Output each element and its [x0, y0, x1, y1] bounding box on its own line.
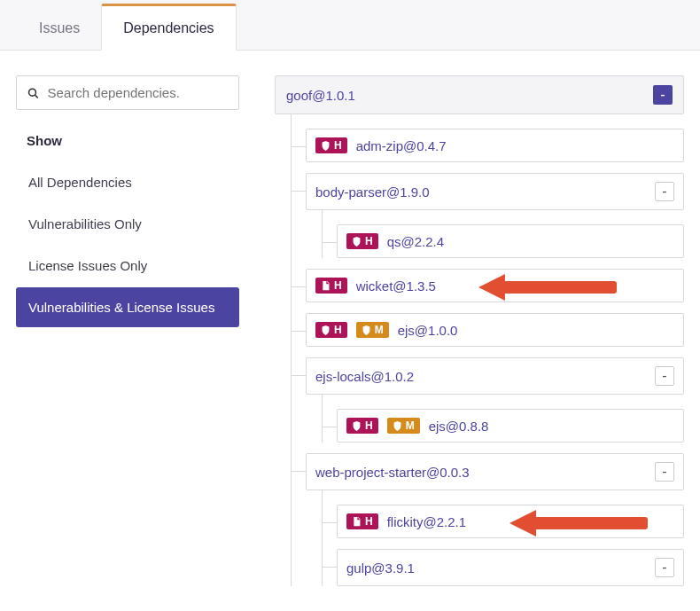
collapse-button[interactable]: - [653, 85, 673, 105]
vuln-badge-h: H [346, 418, 378, 434]
search-box[interactable] [16, 75, 239, 110]
collapse-button[interactable]: - [655, 462, 674, 482]
tree-node: body-parser@1.9.0-Hqs@2.2.4 [292, 173, 684, 258]
tree-row[interactable]: HMejs@0.8.8 [337, 409, 684, 443]
collapse-button[interactable]: - [655, 182, 674, 201]
sidebar: Show All DependenciesVulnerabilities Onl… [16, 75, 239, 586]
tree-node: ejs-locals@1.0.2-HMejs@0.8.8 [292, 357, 684, 443]
package-label: adm-zip@0.4.7 [356, 138, 447, 153]
tree-row[interactable]: Hqs@2.2.4 [337, 224, 684, 258]
tree-node: Hadm-zip@0.4.7 [292, 129, 684, 162]
tree-node: web-project-starter@0.0.3-Hflickity@2.2.… [292, 453, 684, 586]
tree-children: Hadm-zip@0.4.7body-parser@1.9.0-Hqs@2.2.… [291, 114, 684, 586]
tree-node: gulp@3.9.1- [323, 549, 684, 586]
package-label: body-parser@1.9.0 [315, 184, 430, 200]
tree-row[interactable]: Hflickity@2.2.1 [337, 505, 684, 538]
vuln-badge-m: M [387, 418, 420, 434]
tab-issues[interactable]: Issues [18, 6, 101, 50]
tree-node: Hflickity@2.2.1 [323, 505, 684, 538]
tree-node: Hwicket@1.3.5 [292, 269, 684, 302]
vuln-badge-m: M [356, 322, 389, 338]
vuln-badge-h: H [346, 233, 378, 249]
filter-lic[interactable]: License Issues Only [16, 246, 239, 286]
tree-node: HMejs@0.8.8 [323, 409, 684, 443]
search-icon [27, 87, 39, 99]
license-badge-h: H [346, 513, 378, 529]
tree-row[interactable]: Hwicket@1.3.5 [306, 269, 684, 302]
tree-row[interactable]: body-parser@1.9.0- [306, 173, 684, 210]
collapse-button[interactable]: - [655, 558, 674, 577]
tree-row[interactable]: gulp@3.9.1- [337, 549, 684, 586]
vuln-badge-h: H [315, 137, 347, 153]
package-label: gulp@3.9.1 [346, 560, 415, 576]
tree-root-label: goof@1.0.1 [286, 88, 355, 103]
filter-list: All DependenciesVulnerabilities OnlyLice… [16, 162, 239, 327]
tree-root[interactable]: goof@1.0.1 - [275, 75, 684, 114]
tabs-bar: Issues Dependencies [0, 0, 700, 51]
vuln-badge-h: H [315, 322, 347, 338]
filters-heading: Show [27, 133, 229, 148]
dependency-tree: goof@1.0.1 - Hadm-zip@0.4.7body-parser@1… [275, 75, 684, 586]
tree-row[interactable]: ejs-locals@1.0.2- [306, 357, 684, 395]
filter-vuln[interactable]: Vulnerabilities Only [16, 204, 239, 244]
collapse-button[interactable]: - [655, 366, 674, 386]
tree-row[interactable]: web-project-starter@0.0.3- [306, 453, 684, 490]
tree-children: HMejs@0.8.8 [322, 395, 684, 443]
tree-children: Hqs@2.2.4 [322, 210, 684, 258]
package-label: ejs@0.8.8 [429, 419, 489, 434]
package-label: ejs@1.0.0 [398, 323, 458, 338]
tree-children: Hflickity@2.2.1gulp@3.9.1- [322, 490, 684, 586]
tab-dependencies[interactable]: Dependencies [101, 4, 236, 51]
package-label: flickity@2.2.1 [387, 514, 466, 529]
tree-node: Hqs@2.2.4 [323, 224, 684, 258]
tree-row[interactable]: HMejs@1.0.0 [306, 313, 684, 347]
license-badge-h: H [315, 278, 347, 294]
package-label: ejs-locals@1.0.2 [315, 369, 414, 384]
package-label: web-project-starter@0.0.3 [315, 465, 470, 480]
svg-line-1 [35, 95, 38, 98]
filter-both[interactable]: Vulnerabilities & License Issues [16, 287, 239, 327]
filter-all[interactable]: All Dependencies [16, 162, 239, 202]
tree-node: HMejs@1.0.0 [292, 313, 684, 347]
svg-point-0 [29, 89, 36, 96]
search-input[interactable] [48, 85, 228, 100]
package-label: wicket@1.3.5 [356, 278, 436, 294]
package-label: qs@2.2.4 [387, 234, 444, 249]
tree-row[interactable]: Hadm-zip@0.4.7 [306, 129, 684, 162]
